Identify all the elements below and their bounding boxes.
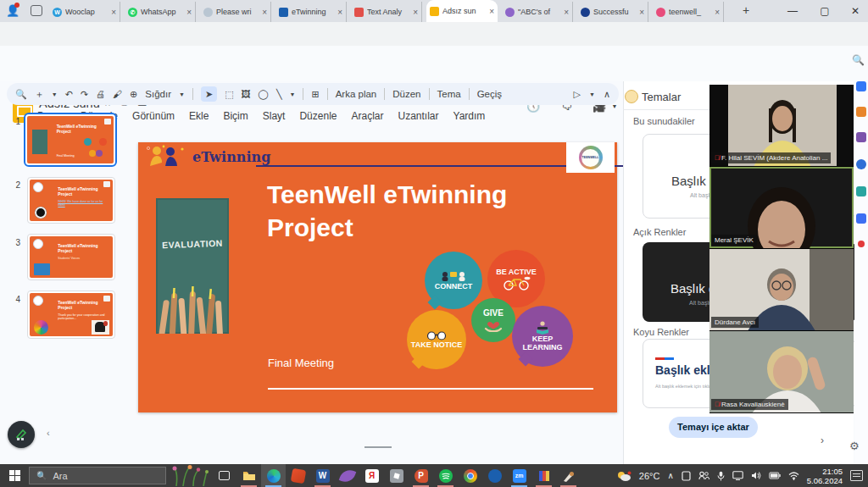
microsoft-365-icon[interactable]: [286, 464, 310, 487]
sidebar-app-icon-2[interactable]: [856, 107, 866, 117]
slide-title[interactable]: TeenWell eTwinning Project: [267, 178, 572, 244]
microphone-icon[interactable]: [717, 471, 725, 481]
slide-subtitle[interactable]: Final Meeting: [268, 357, 334, 369]
sidebar-search-icon[interactable]: 🔍: [852, 54, 865, 66]
word-icon[interactable]: W: [310, 464, 335, 487]
window-close-button[interactable]: ✕: [843, 0, 868, 22]
laser-pointer-icon[interactable]: ▷: [574, 88, 581, 100]
hidden-icons-chevron[interactable]: ∧: [667, 471, 673, 480]
sidebar-app-icon-4[interactable]: [856, 159, 866, 169]
menu-bicim[interactable]: Biçim: [223, 110, 248, 122]
battery-icon[interactable]: [769, 472, 781, 479]
import-theme-button[interactable]: Temayı içe aktar: [669, 417, 758, 438]
layout-button[interactable]: Düzen: [392, 89, 420, 99]
redo-icon[interactable]: ↷: [81, 88, 88, 100]
tab-successful[interactable]: Successfu×: [577, 2, 648, 22]
tab-close-icon[interactable]: ×: [186, 8, 192, 17]
video-call-panel[interactable]: 🎙̸F. Hilal SEVİM (Akdere Anatolian ... M…: [709, 85, 854, 413]
tab-abcs-of[interactable]: "ABC's of×: [502, 2, 573, 22]
tab-whatsapp[interactable]: ✆WhatsApp×: [125, 2, 196, 22]
file-explorer-icon[interactable]: [236, 464, 261, 487]
fit-caret[interactable]: ▼: [179, 91, 185, 97]
menu-araclar[interactable]: Araçlar: [351, 110, 383, 122]
sidebar-app-icon-5[interactable]: [856, 186, 866, 196]
line-caret[interactable]: ▼: [290, 91, 296, 97]
tab-please-write[interactable]: Please wri×: [200, 2, 271, 22]
collapse-toolbar-icon[interactable]: ∧: [604, 88, 610, 100]
tab-close-icon[interactable]: ×: [639, 8, 644, 17]
powerpoint-icon[interactable]: P: [409, 464, 433, 487]
task-view-icon[interactable]: [212, 464, 236, 487]
tab-close-icon[interactable]: ×: [715, 8, 720, 17]
menu-slayt[interactable]: Slayt: [263, 110, 286, 122]
new-tab-button[interactable]: +: [739, 4, 753, 18]
paint-app-icon[interactable]: [556, 464, 581, 487]
pointer-caret[interactable]: ▼: [589, 91, 595, 97]
weather-icon[interactable]: [616, 470, 632, 482]
sidebar-app-icon-3[interactable]: [856, 132, 866, 142]
tab-close-icon[interactable]: ×: [489, 7, 494, 16]
window-minimize-button[interactable]: —: [780, 0, 805, 22]
tab-teenwell[interactable]: teenwell_×: [653, 2, 724, 22]
theme-button[interactable]: Tema: [437, 89, 461, 99]
roblox-icon[interactable]: [384, 464, 409, 487]
video-tile-rasa[interactable]: 🎙̸Rasa Kavaliauskienė: [709, 331, 854, 413]
insert-line-icon[interactable]: ╲: [276, 88, 282, 100]
tab-close-icon[interactable]: ×: [413, 8, 418, 17]
spotify-icon[interactable]: [433, 464, 458, 487]
temperature-label[interactable]: 26°C: [639, 471, 660, 481]
panel-next-arrow[interactable]: ›: [821, 434, 824, 446]
insert-image-icon[interactable]: 🖼: [242, 88, 251, 100]
video-tile-hilal[interactable]: 🎙̸F. Hilal SEVİM (Akdere Anatolian ...: [709, 85, 854, 167]
tab-wooclap[interactable]: WWooclap×: [49, 2, 120, 22]
zoom-icon[interactable]: zm: [507, 464, 531, 487]
chrome-icon[interactable]: [458, 464, 482, 487]
people-icon[interactable]: [698, 471, 709, 480]
yandex-browser-icon[interactable]: Я: [359, 464, 384, 487]
edge-icon[interactable]: [261, 464, 286, 487]
slide-thumbnail-2[interactable]: TeenWell eTwinning Project WHW: We have …: [27, 177, 115, 224]
speaker-notes-divider[interactable]: [364, 446, 392, 448]
window-maximize-button[interactable]: ▢: [812, 0, 837, 22]
tab-adsiz-sunu-active[interactable]: Adsız sun×: [426, 0, 498, 22]
text-box-icon[interactable]: ⬚: [225, 88, 233, 100]
wifi-icon[interactable]: [788, 472, 799, 480]
menu-gorunum[interactable]: Görünüm: [132, 110, 175, 122]
menu-ekle[interactable]: Ekle: [189, 110, 209, 122]
taskbar-search-box[interactable]: 🔍 Ara: [29, 467, 166, 484]
etwinning-app-icon[interactable]: [482, 464, 507, 487]
tab-close-icon[interactable]: ×: [262, 8, 267, 17]
search-highlight-art[interactable]: [168, 465, 212, 486]
slide-canvas[interactable]: eTwinning TEENWELL TeenWell eTwinning Pr…: [138, 142, 617, 412]
menu-yardim[interactable]: Yardım: [453, 110, 486, 122]
tab-close-icon[interactable]: ×: [111, 8, 116, 17]
background-button[interactable]: Arka plan: [336, 89, 377, 99]
tab-etwinning[interactable]: eTwinning×: [275, 2, 347, 22]
sidebar-app-icon-1[interactable]: [856, 81, 866, 91]
transition-button[interactable]: Geçiş: [477, 89, 502, 99]
volume-icon[interactable]: [751, 471, 761, 480]
print-icon[interactable]: 🖨: [96, 88, 105, 100]
video-tile-durdane[interactable]: Dürdane Avcı: [709, 249, 854, 331]
filmstrip-collapse-icon[interactable]: ‹: [47, 428, 50, 438]
taskbar-clock[interactable]: 21:05 5.06.2024: [807, 467, 843, 485]
select-cursor-icon[interactable]: ➤: [201, 86, 217, 102]
menu-duzenle2[interactable]: Düzenle: [299, 110, 337, 122]
undo-icon[interactable]: ↶: [65, 88, 73, 100]
tab-close-icon[interactable]: ×: [564, 8, 569, 17]
paint-format-icon[interactable]: 🖌: [113, 88, 122, 100]
slide-thumbnail-3[interactable]: TeenWell eTwinning Project Students' Voi…: [27, 234, 115, 280]
tab-workspace-icon[interactable]: [31, 5, 42, 16]
winrar-icon[interactable]: [531, 464, 556, 487]
annotation-fab[interactable]: [8, 421, 35, 448]
notification-center-icon[interactable]: [850, 470, 863, 481]
zoom-in-icon[interactable]: ⊕: [130, 88, 137, 100]
settings-gear-icon[interactable]: ⚙: [849, 440, 860, 452]
zoom-caret[interactable]: ▼: [52, 91, 58, 97]
cast-icon[interactable]: [732, 471, 743, 480]
start-button[interactable]: [0, 464, 29, 487]
insert-shape-icon[interactable]: ◯: [259, 88, 269, 100]
tab-close-icon[interactable]: ×: [337, 8, 342, 17]
sidebar-app-icon-6[interactable]: [856, 213, 866, 224]
menu-uzantilar[interactable]: Uzantılar: [398, 110, 439, 122]
